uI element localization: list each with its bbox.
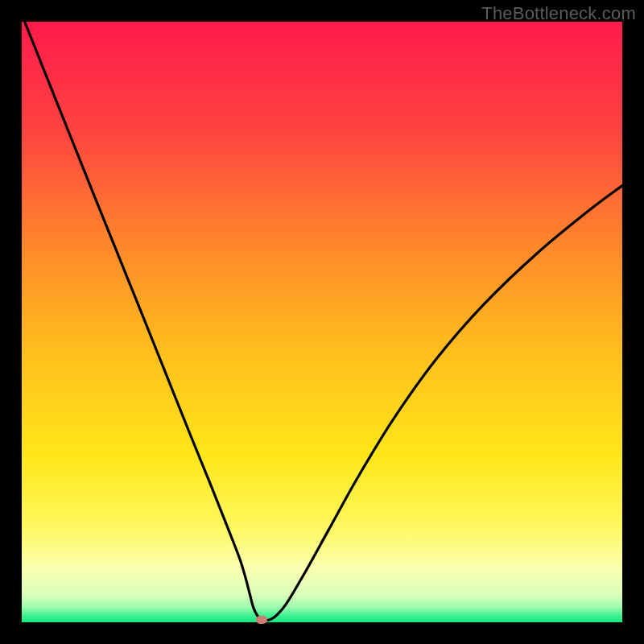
curve-layer [22, 22, 622, 622]
optimal-point-marker [256, 616, 267, 624]
plot-area [22, 22, 622, 622]
watermark-text: TheBottleneck.com [481, 3, 636, 24]
chart-frame: TheBottleneck.com [0, 0, 644, 644]
bottleneck-curve [25, 22, 622, 621]
